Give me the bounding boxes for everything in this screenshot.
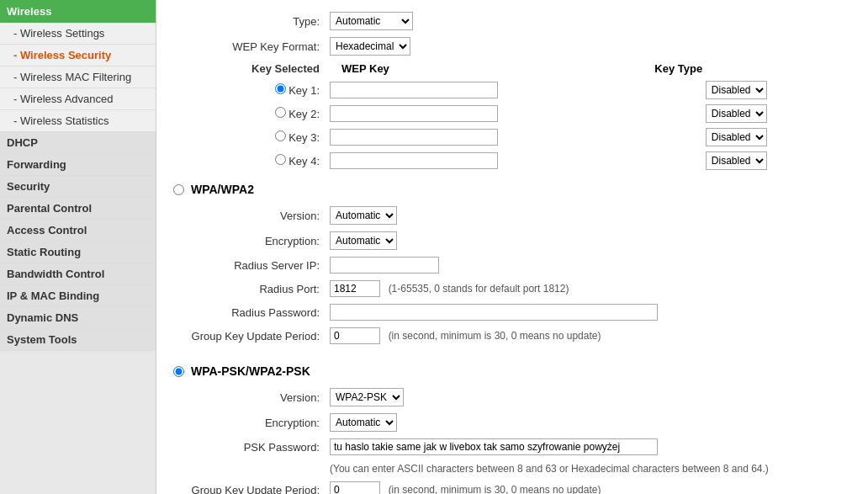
wpa-encryption-select[interactable]: AutomaticTKIPAES <box>330 231 397 250</box>
radius-ip-input[interactable] <box>330 257 439 274</box>
key-type-header: Key Type <box>649 59 851 78</box>
wpapsk-version-select[interactable]: AutomaticWPA-PSKWPA2-PSK <box>330 388 404 406</box>
wpapsk-version-label: Version: <box>173 385 325 410</box>
wpa-title: WPA/WPA2 <box>191 183 254 196</box>
wpa-encryption-label: Encryption: <box>173 228 325 253</box>
psk-pw-input[interactable] <box>330 438 658 455</box>
key-radio-4[interactable] <box>275 154 286 165</box>
sidebar-item-wireless-statistics[interactable]: - Wireless Statistics <box>0 110 156 132</box>
sidebar: Wireless - Wireless Settings- Wireless S… <box>0 0 156 494</box>
type-cell: AutomaticOpen SystemShared Key <box>325 8 649 34</box>
key-input-4[interactable] <box>330 152 498 169</box>
key-radio-3[interactable] <box>275 130 286 141</box>
psk-hint: (You can enter ASCII characters between … <box>330 463 769 475</box>
wpa-group-key-hint: (in second, minimum is 30, 0 means no up… <box>389 330 601 342</box>
key-radio-1[interactable] <box>275 83 286 94</box>
wpa-form: Version: AutomaticWPAWPA2 Encryption: Au… <box>173 203 851 348</box>
wpapsk-radio[interactable] <box>173 366 184 377</box>
sidebar-item-wireless-advanced[interactable]: - Wireless Advanced <box>0 88 156 110</box>
wpapsk-form: Version: AutomaticWPA-PSKWPA2-PSK Encryp… <box>173 385 851 494</box>
psk-pw-label: PSK Password: <box>173 435 325 459</box>
wpapsk-section: WPA-PSK/WPA2-PSK Version: AutomaticWPA-P… <box>173 364 851 494</box>
sidebar-group-wireless[interactable]: Wireless <box>0 0 156 23</box>
radius-pw-label: Radius Password: <box>173 300 325 324</box>
sidebar-item-access-control[interactable]: Access Control <box>0 220 156 242</box>
key-type-select-3[interactable]: Disabled64bit128bit152bit <box>706 128 767 146</box>
key-type-select-2[interactable]: Disabled64bit128bit152bit <box>706 104 767 123</box>
wpapsk-group-key-hint: (in second, minimum is 30, 0 means no up… <box>389 484 601 494</box>
table-row: Key 4:Disabled64bit128bit152bit <box>173 149 851 173</box>
sidebar-item-dhcp[interactable]: DHCP <box>0 132 156 154</box>
type-select[interactable]: AutomaticOpen SystemShared Key <box>330 12 413 30</box>
radius-port-hint: (1-65535, 0 stands for default port 1812… <box>389 283 569 295</box>
sidebar-item-wireless-security[interactable]: - Wireless Security <box>0 45 156 66</box>
sidebar-item-wireless-mac[interactable]: - Wireless MAC Filtering <box>0 66 156 88</box>
radius-port-input[interactable] <box>330 280 380 297</box>
table-row: Key 1:Disabled64bit128bit152bit <box>173 78 851 102</box>
wpapsk-group-key-label: Group Key Update Period: <box>173 478 325 494</box>
key-input-cell-1 <box>325 78 701 102</box>
type-row: Type: AutomaticOpen SystemShared Key WEP… <box>173 8 851 78</box>
radius-port-label: Radius Port: <box>173 277 325 300</box>
key-radio-2[interactable] <box>275 107 286 118</box>
wep-format-label: WEP Key Format: <box>173 34 325 59</box>
key-input-cell-2 <box>325 102 701 125</box>
key-input-1[interactable] <box>330 82 498 98</box>
key-label-3: Key 3: <box>173 125 325 149</box>
key-input-cell-4 <box>325 149 701 173</box>
radius-ip-label: Radius Server IP: <box>173 253 325 277</box>
sidebar-item-security[interactable]: Security <box>0 176 156 198</box>
table-row: Key 2:Disabled64bit128bit152bit <box>173 102 851 125</box>
wpa-version-label: Version: <box>173 203 325 228</box>
key-type-cell-2: Disabled64bit128bit152bit <box>701 102 851 125</box>
sidebar-item-forwarding[interactable]: Forwarding <box>0 154 156 176</box>
key-selected-header: Key Selected <box>173 59 325 78</box>
sidebar-item-system-tools[interactable]: System Tools <box>0 329 156 351</box>
radius-pw-input[interactable] <box>330 304 658 321</box>
wpapsk-group-key-input[interactable] <box>330 481 380 494</box>
sidebar-item-wireless-settings[interactable]: - Wireless Settings <box>0 23 156 45</box>
sidebar-item-bandwidth-control[interactable]: Bandwidth Control <box>0 263 156 285</box>
wpapsk-encryption-select[interactable]: AutomaticTKIPAES <box>330 413 397 432</box>
wpa-section: WPA/WPA2 Version: AutomaticWPAWPA2 Encry… <box>173 183 851 348</box>
psk-hint-label <box>173 459 325 478</box>
key-type-cell-1: Disabled64bit128bit152bit <box>701 78 851 102</box>
key-label-2: Key 2: <box>173 102 325 125</box>
key-type-select-1[interactable]: Disabled64bit128bit152bit <box>706 81 767 99</box>
key-label-1: Key 1: <box>173 78 325 102</box>
wpa-radio[interactable] <box>173 184 184 195</box>
key-type-select-4[interactable]: Disabled64bit128bit152bit <box>706 151 767 170</box>
wpapsk-title: WPA-PSK/WPA2-PSK <box>191 364 310 378</box>
sidebar-item-static-routing[interactable]: Static Routing <box>0 242 156 263</box>
sidebar-item-dynamic-dns[interactable]: Dynamic DNS <box>0 307 156 329</box>
table-row: Key 3:Disabled64bit128bit152bit <box>173 125 851 149</box>
main-content: Type: AutomaticOpen SystemShared Key WEP… <box>156 0 868 494</box>
key-label-4: Key 4: <box>173 149 325 173</box>
wep-format-cell: HexadecimalASCII <box>325 34 649 59</box>
wep-key-header: WEP Key <box>325 59 649 78</box>
wpa-version-select[interactable]: AutomaticWPAWPA2 <box>330 206 397 225</box>
sidebar-item-parental-control[interactable]: Parental Control <box>0 198 156 220</box>
wep-format-select[interactable]: HexadecimalASCII <box>330 37 410 56</box>
type-label: Type: <box>173 8 325 34</box>
wep-keys-table: Key 1:Disabled64bit128bit152bit Key 2:Di… <box>173 78 851 173</box>
key-type-cell-4: Disabled64bit128bit152bit <box>701 149 851 173</box>
wpa-group-key-input[interactable] <box>330 327 380 344</box>
wpa-group-key-label: Group Key Update Period: <box>173 324 325 348</box>
key-input-cell-3 <box>325 125 701 149</box>
key-input-2[interactable] <box>330 105 498 122</box>
sidebar-item-ip-mac-binding[interactable]: IP & MAC Binding <box>0 285 156 307</box>
key-input-3[interactable] <box>330 129 498 146</box>
key-type-cell-3: Disabled64bit128bit152bit <box>701 125 851 149</box>
wpapsk-encryption-label: Encryption: <box>173 410 325 435</box>
